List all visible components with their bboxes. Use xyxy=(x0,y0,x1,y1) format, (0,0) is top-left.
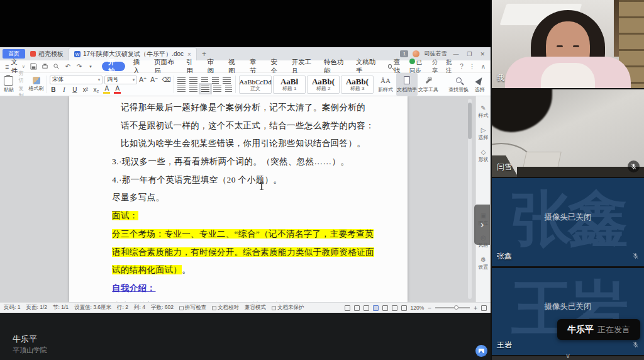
new-style-button[interactable]: ÅA 新样式 xyxy=(375,73,396,96)
sort-icon[interactable] xyxy=(223,77,231,84)
zoom-slider-knob[interactable] xyxy=(454,305,458,310)
zoom-level[interactable]: 120% xyxy=(411,305,425,311)
style-heading1[interactable]: AaBl 标题 1 xyxy=(273,76,306,94)
minimize-button[interactable]: — xyxy=(451,51,460,57)
status-compat-mode[interactable]: 兼容模式 xyxy=(245,304,266,312)
doc-assistant-button[interactable]: 文档助手 xyxy=(396,73,418,96)
menu-item-doc-assistant[interactable]: 文稿助手 xyxy=(351,60,383,73)
align-left-icon[interactable] xyxy=(177,86,186,92)
page-mode-icon[interactable] xyxy=(373,305,379,311)
document-page[interactable]: 记得那年最后一题好像是个案例分析，记不太清了。案例分析的 话不是跟初试一样的，这… xyxy=(69,96,408,302)
account-name[interactable]: 司徒若雪 xyxy=(424,50,447,58)
menu-item-insert[interactable]: 插入 xyxy=(128,60,149,73)
fullscreen-view-icon[interactable] xyxy=(345,305,350,311)
select-button[interactable]: 选择 xyxy=(469,73,491,96)
web-mode-icon[interactable] xyxy=(392,305,397,311)
scrollbar-thumb[interactable] xyxy=(468,103,472,139)
status-doc-protection[interactable]: 文档未保护 xyxy=(272,304,304,312)
tab-template-store[interactable]: 稻壳模板 xyxy=(25,47,69,60)
shrink-font-icon[interactable]: A⁻ xyxy=(150,76,158,83)
notification-badge[interactable]: 1 xyxy=(400,50,408,57)
menu-item-security[interactable]: 安全 xyxy=(265,60,287,73)
grow-font-icon[interactable]: A⁺ xyxy=(139,76,147,83)
subscript-button[interactable]: x₂ xyxy=(92,86,99,93)
status-spellcheck[interactable]: 拼写检查 xyxy=(179,304,206,312)
menu-item-page-layout[interactable]: 页面布局 xyxy=(149,60,181,73)
menu-item-home[interactable]: 开始 xyxy=(102,62,126,71)
video-tile-yanxue[interactable]: 闫雪 xyxy=(492,89,644,177)
underline-button[interactable]: U xyxy=(71,86,78,93)
style-body[interactable]: AaBbCcDd 正文 xyxy=(239,76,272,94)
vertical-scrollbar[interactable] xyxy=(468,99,472,299)
align-center-icon[interactable] xyxy=(189,86,197,92)
restore-button[interactable]: ❐ xyxy=(465,51,474,57)
redo-icon[interactable]: ↷ xyxy=(75,63,83,70)
tool-select[interactable]: ▷选择 xyxy=(479,127,489,141)
write-mode-icon[interactable] xyxy=(364,305,369,311)
help-icon[interactable]: ? xyxy=(460,63,464,70)
menu-item-dev-tools[interactable]: 开发工具 xyxy=(287,60,319,73)
new-tab-button[interactable]: + xyxy=(202,50,206,59)
superscript-button[interactable]: x² xyxy=(82,86,89,93)
outline-mode-icon[interactable] xyxy=(382,305,388,311)
account-avatar[interactable] xyxy=(413,50,419,57)
tool-style[interactable]: ✎样式 xyxy=(479,105,489,119)
video-tile-self[interactable]: 我 xyxy=(492,0,644,88)
font-size-select[interactable]: 四号▾ xyxy=(104,76,137,84)
font-name-select[interactable]: 宋体▾ xyxy=(50,76,103,84)
undo-icon[interactable]: ↶ xyxy=(64,63,72,70)
comment-button[interactable]: 批注 xyxy=(446,59,454,75)
font-color-button[interactable]: A xyxy=(114,86,121,94)
sync-status[interactable]: 已同步 xyxy=(409,59,426,75)
sidebar-more-strip[interactable]: ∨ xyxy=(492,356,644,360)
tool-settings[interactable]: ⚙设置 xyxy=(479,257,489,271)
bullets-icon[interactable] xyxy=(177,77,186,84)
italic-button[interactable]: I xyxy=(60,86,67,93)
tool-shape[interactable]: ◇形状 xyxy=(479,149,489,163)
preview-icon[interactable] xyxy=(53,63,60,70)
menu-item-special-features[interactable]: 特色功能 xyxy=(319,60,351,73)
video-tile-zhangxin[interactable]: 张鑫 摄像头已关闭 张鑫 xyxy=(492,178,644,266)
style-heading2[interactable]: AaBb( 标题 2 xyxy=(307,76,340,94)
justify-icon[interactable] xyxy=(201,86,209,92)
status-word-count[interactable]: 字数: 602 xyxy=(151,304,174,312)
chevron-down-icon[interactable]: ∨ xyxy=(492,352,644,359)
read-mode-icon[interactable] xyxy=(354,305,360,311)
quick-access-more-icon[interactable]: ▾ xyxy=(87,63,94,70)
bold-button[interactable]: B xyxy=(50,86,57,93)
text-tool-button[interactable]: 文字工具 xyxy=(418,73,439,96)
paste-button[interactable]: 粘贴 xyxy=(0,73,18,96)
status-proofread[interactable]: 文档校对 xyxy=(212,304,239,312)
cut-button[interactable]: 剪切 xyxy=(19,70,27,84)
save-icon[interactable] xyxy=(30,63,38,70)
collapse-ribbon-icon[interactable]: ∧ xyxy=(481,63,486,70)
indent-decrease-icon[interactable] xyxy=(201,77,208,84)
menu-item-review[interactable]: 审阅 xyxy=(203,60,224,73)
style-heading3[interactable]: AaBb( 标题 3 xyxy=(341,76,374,94)
line-spacing-icon[interactable] xyxy=(213,86,221,92)
shading-icon[interactable] xyxy=(225,86,232,92)
zoom-slider[interactable] xyxy=(435,307,470,308)
menu-item-view[interactable]: 视图 xyxy=(223,60,245,73)
screen-share-icon[interactable] xyxy=(475,345,487,357)
clear-format-icon[interactable]: ⌫ xyxy=(162,76,170,83)
menu-item-section[interactable]: 章节 xyxy=(245,60,266,73)
sidebar-collapse-handle[interactable]: › xyxy=(474,205,490,245)
indent-increase-icon[interactable] xyxy=(212,77,219,84)
numbering-icon[interactable] xyxy=(189,77,197,84)
print-icon[interactable] xyxy=(42,63,49,70)
highlight-color-button[interactable]: A xyxy=(103,86,110,94)
tab-close-icon[interactable]: × xyxy=(187,51,191,58)
close-button[interactable]: ✕ xyxy=(478,51,487,57)
fit-page-icon[interactable] xyxy=(481,305,487,311)
zoom-out-button[interactable]: − xyxy=(428,305,431,312)
tools-mode-icon[interactable] xyxy=(401,305,407,311)
share-button[interactable]: 分享 xyxy=(432,59,440,75)
find-replace-button[interactable]: 查找替换 xyxy=(448,73,469,96)
menu-item-references[interactable]: 引用 xyxy=(181,60,203,73)
more-icon[interactable]: ⋮ xyxy=(469,63,475,70)
video-tile-wangyan[interactable]: 王岩 摄像头已关闭 王岩 xyxy=(492,268,644,355)
zoom-in-button[interactable]: + xyxy=(474,305,477,312)
format-painter-button[interactable]: 格式刷 xyxy=(28,73,45,96)
document-canvas[interactable]: 记得那年最后一题好像是个案例分析，记不太清了。案例分析的 话不是跟初试一样的，这… xyxy=(0,96,491,302)
